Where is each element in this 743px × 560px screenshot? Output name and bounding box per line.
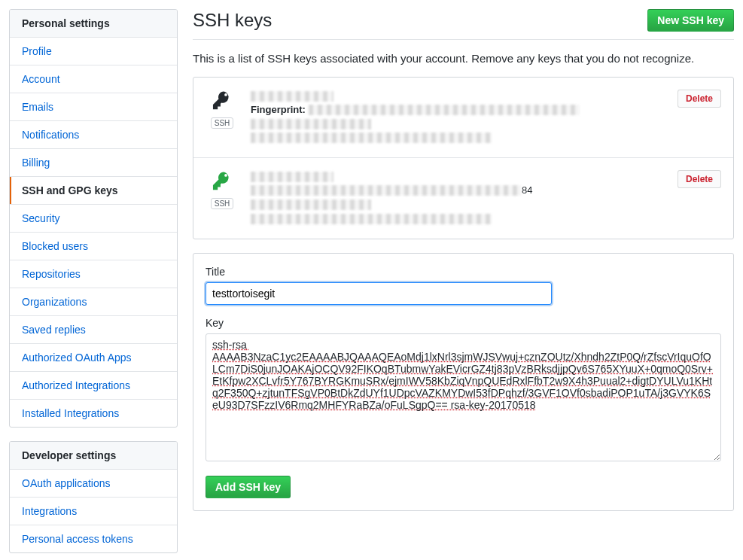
ssh-key-item: SSH 84 Delete <box>193 157 733 238</box>
key-suffix: 84 <box>522 184 532 196</box>
sidebar-item-repositories[interactable]: Repositories <box>10 260 177 288</box>
personal-settings-menu: Personal settings Profile Account Emails… <box>9 9 178 428</box>
sidebar-item-installed-integrations[interactable]: Installed Integrations <box>10 400 177 427</box>
ssh-badge: SSH <box>211 117 234 129</box>
developer-settings-header: Developer settings <box>10 442 177 470</box>
main-content: SSH keys New SSH key This is a list of S… <box>193 9 734 560</box>
title-input[interactable] <box>206 282 552 305</box>
page-title: SSH keys <box>193 10 272 31</box>
ssh-key-list: SSH Fingerprint: Delete SSH 84 <box>193 77 734 239</box>
key-icon <box>211 90 233 114</box>
sidebar-item-oauth-applications[interactable]: OAuth applications <box>10 470 177 498</box>
intro-text: This is a list of SSH keys associated wi… <box>193 52 734 65</box>
sidebar-item-account[interactable]: Account <box>10 65 177 93</box>
ssh-badge: SSH <box>211 198 234 209</box>
sidebar-item-ssh-gpg-keys[interactable]: SSH and GPG keys <box>10 177 177 205</box>
key-details: 84 <box>251 170 665 226</box>
key-textarea[interactable] <box>206 333 721 461</box>
delete-key-button[interactable]: Delete <box>678 170 721 188</box>
sidebar-item-personal-access-tokens[interactable]: Personal access tokens <box>10 525 177 552</box>
sidebar-item-security[interactable]: Security <box>10 205 177 233</box>
ssh-key-item: SSH Fingerprint: Delete <box>193 78 733 157</box>
key-label: Key <box>206 317 721 329</box>
sidebar-item-authorized-oauth[interactable]: Authorized OAuth Apps <box>10 344 177 372</box>
title-label: Title <box>206 266 721 278</box>
settings-sidebar: Personal settings Profile Account Emails… <box>9 9 178 560</box>
page-header: SSH keys New SSH key <box>193 9 734 40</box>
personal-settings-header: Personal settings <box>10 10 177 38</box>
add-ssh-key-button[interactable]: Add SSH key <box>206 476 291 498</box>
sidebar-item-integrations[interactable]: Integrations <box>10 498 177 525</box>
sidebar-item-profile[interactable]: Profile <box>10 38 177 65</box>
sidebar-item-billing[interactable]: Billing <box>10 149 177 177</box>
add-key-form: Title Key Add SSH key <box>193 253 734 511</box>
sidebar-item-notifications[interactable]: Notifications <box>10 121 177 149</box>
sidebar-item-emails[interactable]: Emails <box>10 93 177 121</box>
developer-settings-menu: Developer settings OAuth applications In… <box>9 441 178 553</box>
fingerprint-label: Fingerprint: <box>251 104 306 115</box>
key-icon-block: SSH <box>206 90 239 129</box>
key-details: Fingerprint: <box>251 90 665 145</box>
new-ssh-key-button[interactable]: New SSH key <box>647 9 734 32</box>
key-icon-block: SSH <box>206 170 239 209</box>
sidebar-item-saved-replies[interactable]: Saved replies <box>10 316 177 344</box>
key-icon <box>211 170 233 195</box>
sidebar-item-authorized-integrations[interactable]: Authorized Integrations <box>10 372 177 400</box>
delete-key-button[interactable]: Delete <box>678 90 721 108</box>
sidebar-item-organizations[interactable]: Organizations <box>10 288 177 316</box>
sidebar-item-blocked-users[interactable]: Blocked users <box>10 233 177 260</box>
